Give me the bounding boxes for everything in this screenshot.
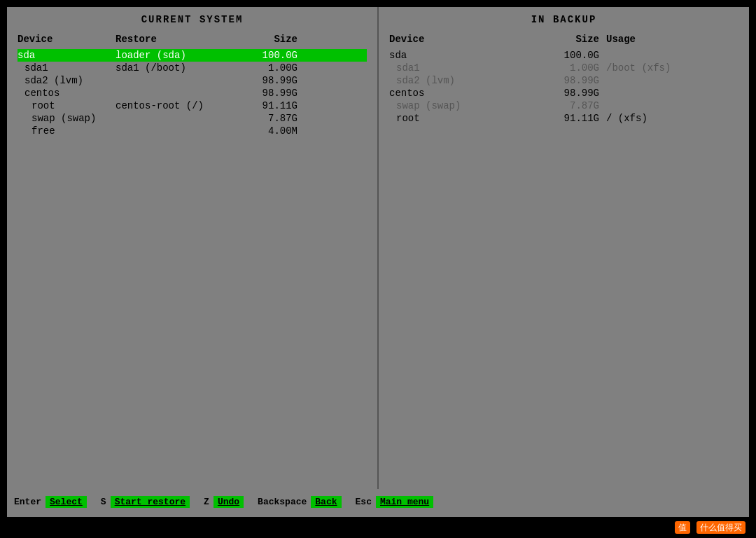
- left-row-device: free: [18, 125, 115, 137]
- right-row-size: 91.11G: [529, 113, 599, 124]
- footer-key: S: [101, 497, 106, 507]
- table-row[interactable]: swap (swap) 7.87G: [18, 112, 367, 125]
- right-row-usage: [599, 75, 711, 86]
- right-row-device: sda2 (lvm): [389, 75, 529, 86]
- right-row-size: 100.0G: [529, 50, 599, 61]
- left-row-restore: loader (sda): [115, 50, 241, 61]
- footer-items: Enter Select S Start restore Z Undo Back…: [14, 496, 742, 508]
- left-row-restore: sda1 (/boot): [115, 62, 241, 74]
- left-row-device: sda: [18, 50, 115, 61]
- footer-item-2[interactable]: Z Undo: [204, 496, 244, 508]
- table-row[interactable]: sda1 1.00G /boot (xfs): [389, 62, 738, 74]
- bottom-bar: 值 什么值得买: [0, 517, 756, 538]
- footer-action[interactable]: Start restore: [111, 496, 190, 508]
- table-row[interactable]: sda2 (lvm) 98.99G: [389, 74, 738, 87]
- right-table: sda 100.0G sda1 1.00G /boot (xfs) sda2 (…: [389, 49, 738, 125]
- right-row-device: centos: [389, 88, 529, 99]
- footer-key: Z: [204, 497, 209, 507]
- footer: Enter Select S Start restore Z Undo Back…: [7, 489, 749, 517]
- table-row[interactable]: sda 100.0G: [389, 49, 738, 62]
- right-row-size: 98.99G: [529, 88, 599, 99]
- left-row-device: swap (swap): [18, 113, 115, 124]
- right-row-usage: [599, 50, 711, 61]
- left-row-restore: centos-root (/): [115, 100, 241, 111]
- content-area: CURRENT SYSTEM Device Restore Size sda l…: [7, 7, 749, 489]
- footer-action[interactable]: Back: [311, 496, 341, 508]
- left-row-device: sda2 (lvm): [18, 75, 115, 86]
- table-row[interactable]: root centos-root (/) 91.11G: [18, 99, 367, 112]
- footer-key: Enter: [14, 497, 41, 507]
- right-row-device: sda: [389, 50, 529, 61]
- table-row[interactable]: free 4.00M: [18, 125, 367, 137]
- footer-action[interactable]: Undo: [214, 496, 244, 508]
- right-row-device: root: [389, 113, 529, 124]
- left-row-size: 1.00G: [241, 62, 298, 74]
- left-row-size: 91.11G: [241, 100, 298, 111]
- left-column-headers: Device Restore Size: [18, 32, 367, 46]
- right-row-usage: /boot (xfs): [599, 62, 711, 74]
- left-row-restore: [115, 88, 241, 99]
- footer-item-1[interactable]: S Start restore: [101, 496, 190, 508]
- table-row[interactable]: sda2 (lvm) 98.99G: [18, 74, 367, 87]
- right-row-size: 98.99G: [529, 75, 599, 86]
- left-panel: CURRENT SYSTEM Device Restore Size sda l…: [7, 7, 377, 489]
- table-row[interactable]: root 91.11G / (xfs): [389, 112, 738, 125]
- left-col-restore-header: Restore: [115, 34, 241, 45]
- left-row-size: 4.00M: [241, 125, 298, 137]
- left-row-device: sda1: [18, 62, 115, 74]
- table-row[interactable]: swap (swap) 7.87G: [389, 99, 738, 112]
- left-row-restore: [115, 125, 241, 137]
- left-row-size: 98.99G: [241, 88, 298, 99]
- table-row[interactable]: sda loader (sda) 100.0G: [18, 49, 367, 62]
- right-row-size: 7.87G: [529, 100, 599, 111]
- left-table: sda loader (sda) 100.0G sda1 sda1 (/boot…: [18, 49, 367, 137]
- left-row-restore: [115, 75, 241, 86]
- watermark-text: 什么值得买: [696, 521, 746, 534]
- left-col-device-header: Device: [18, 34, 115, 45]
- right-row-usage: [599, 88, 711, 99]
- left-row-device: root: [18, 100, 115, 111]
- watermark-icon: 值: [675, 521, 690, 534]
- left-row-size: 100.0G: [241, 50, 298, 61]
- left-row-device: centos: [18, 88, 115, 99]
- footer-item-0[interactable]: Enter Select: [14, 496, 87, 508]
- main-container: CURRENT SYSTEM Device Restore Size sda l…: [0, 0, 756, 538]
- right-panel: IN BACKUP Device Size Usage sda 100.0G s…: [377, 7, 749, 489]
- table-row[interactable]: centos 98.99G: [18, 87, 367, 99]
- table-row[interactable]: sda1 sda1 (/boot) 1.00G: [18, 62, 367, 74]
- right-panel-title: IN BACKUP: [389, 14, 738, 25]
- right-row-usage: [599, 100, 711, 111]
- left-row-size: 98.99G: [241, 75, 298, 86]
- right-col-size-header: Size: [529, 34, 599, 45]
- footer-action[interactable]: Main menu: [376, 496, 433, 508]
- left-col-size-header: Size: [241, 34, 298, 45]
- right-row-size: 1.00G: [529, 62, 599, 74]
- left-panel-title: CURRENT SYSTEM: [18, 14, 367, 25]
- right-row-device: sda1: [389, 62, 529, 74]
- watermark: 值 什么值得买: [675, 522, 749, 534]
- left-row-restore: [115, 113, 241, 124]
- right-col-device-header: Device: [389, 34, 529, 45]
- footer-key: Esc: [356, 497, 372, 507]
- right-row-device: swap (swap): [389, 100, 529, 111]
- footer-item-3[interactable]: Backspace Back: [258, 496, 341, 508]
- right-row-usage: / (xfs): [599, 113, 711, 124]
- footer-key: Backspace: [258, 497, 307, 507]
- left-row-size: 7.87G: [241, 113, 298, 124]
- footer-action[interactable]: Select: [46, 496, 87, 508]
- footer-item-4[interactable]: Esc Main menu: [356, 496, 434, 508]
- table-row[interactable]: centos 98.99G: [389, 87, 738, 99]
- right-column-headers: Device Size Usage: [389, 32, 738, 46]
- right-col-usage-header: Usage: [599, 34, 711, 45]
